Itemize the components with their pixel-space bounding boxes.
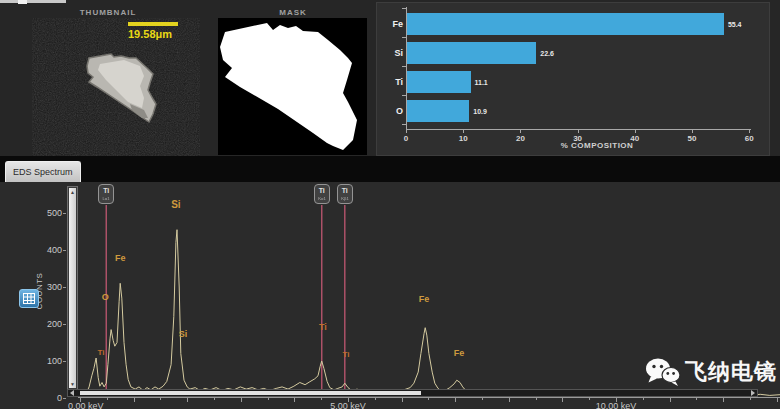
scroll-up-icon[interactable]: ▲	[69, 189, 76, 195]
x-tick-mark	[214, 398, 215, 400]
mask-image	[218, 18, 367, 155]
y-tick-label: 500	[40, 208, 62, 218]
x-tick-mark	[134, 398, 135, 402]
eds-analysis-window: THUMBNAIL 19.58μm MASK	[0, 0, 780, 409]
x-tick-mark	[321, 398, 322, 400]
wechat-icon	[645, 357, 681, 387]
x-axis-tick	[692, 129, 693, 133]
x-tick-mark	[375, 398, 376, 400]
x-tick-label: 5.00 keV	[330, 401, 366, 409]
tab-eds-spectrum[interactable]: EDS Spectrum	[5, 161, 81, 182]
bar-category-label: Fe	[385, 19, 403, 29]
bar-category-label: Ti	[385, 77, 403, 87]
thumbnail-image: 19.58μm	[32, 18, 200, 158]
scale-bar	[128, 22, 178, 26]
composition-x-axis-label: % COMPOSITION	[467, 141, 727, 150]
x-tick-mark	[670, 398, 671, 402]
watermark-text: 飞纳电镜	[685, 357, 777, 387]
x-axis-tick	[749, 129, 750, 133]
bar-category-label: O	[385, 106, 403, 116]
x-axis-tick	[520, 129, 521, 133]
peak-label-fe: Fe	[454, 348, 465, 358]
marker-line-name: Lα1	[100, 195, 112, 200]
peak-label-ti: Ti	[319, 322, 327, 332]
y-tick-mark	[63, 324, 66, 325]
x-tick-mark	[589, 398, 590, 400]
x-tick-mark	[509, 398, 510, 402]
element-marker-ti[interactable]: TiKα1	[314, 184, 330, 204]
bar-value-label: 55.4	[728, 21, 742, 28]
peak-label-ti: Ti	[97, 348, 104, 357]
x-tick-mark	[294, 398, 295, 402]
element-marker-ti[interactable]: TiLα1	[98, 184, 114, 204]
composition-bar	[407, 42, 536, 64]
y-tick-mark	[63, 398, 66, 399]
peak-label-si: Si	[171, 199, 180, 210]
x-tick-mark	[455, 398, 456, 402]
peak-label-fe: Fe	[419, 294, 430, 304]
peak-label-o: O	[102, 292, 109, 302]
composition-bar	[407, 13, 724, 35]
x-axis-tick	[578, 129, 579, 133]
x-axis-tick-label: 0	[404, 134, 408, 143]
x-tick-mark	[562, 398, 563, 402]
x-tick-mark	[750, 398, 751, 400]
scroll-left-icon[interactable]	[70, 390, 74, 396]
x-tick-mark	[428, 398, 429, 400]
x-tick-mark	[643, 398, 644, 400]
x-tick-mark	[696, 398, 697, 400]
x-axis-tick	[463, 129, 464, 133]
show-table-button[interactable]	[19, 289, 39, 308]
marker-element-symbol: Ti	[338, 186, 352, 195]
x-axis-tick-label: 60	[745, 134, 754, 143]
category-tick	[402, 37, 406, 38]
mask-panel: MASK	[210, 2, 376, 158]
x-tick-mark	[160, 398, 161, 400]
x-tick-mark	[723, 398, 724, 402]
marker-element-symbol: Ti	[315, 186, 329, 195]
x-tick-mark	[536, 398, 537, 400]
marker-line-name: Kα1	[316, 195, 328, 200]
horizontal-scrollbar-thumb[interactable]	[80, 391, 421, 395]
thumbnail-panel-title: THUMBNAIL	[10, 8, 206, 17]
x-tick-label: 0.00 keV	[68, 401, 104, 409]
bar-category-label: Si	[385, 48, 403, 58]
scroll-down-icon[interactable]: ▼	[69, 381, 76, 387]
y-tick-label: 0	[40, 393, 62, 403]
composition-chart-panel: Fe55.4Si22.6Ti11.1O10.90102030405060 % C…	[376, 2, 770, 156]
composition-bar	[407, 100, 469, 122]
marker-line-name: Kβ1	[339, 195, 351, 200]
x-axis-tick	[406, 129, 407, 133]
y-tick-label: 300	[40, 282, 62, 292]
category-tick	[402, 8, 406, 9]
composition-x-axis	[406, 129, 751, 130]
spectrum-vertical-scrollbar[interactable]: ▲ ▼	[67, 186, 78, 390]
x-tick-mark	[482, 398, 483, 400]
y-tick-mark	[63, 287, 66, 288]
y-tick-label: 400	[40, 245, 62, 255]
peak-label-fe: Fe	[115, 253, 126, 263]
x-tick-mark	[777, 398, 778, 402]
element-marker-ti[interactable]: TiKβ1	[337, 184, 353, 204]
watermark: 飞纳电镜	[645, 352, 780, 392]
y-tick-mark	[63, 213, 66, 214]
thumbnail-panel: THUMBNAIL 19.58μm	[10, 2, 206, 158]
bar-value-label: 22.6	[540, 50, 554, 57]
category-tick	[402, 124, 406, 125]
vertical-scrollbar-thumb[interactable]: ▲ ▼	[69, 188, 76, 388]
tab-strip	[0, 156, 780, 182]
table-grid-icon	[23, 293, 35, 304]
peak-label-ti: Ti	[342, 350, 349, 359]
x-tick-label: 10.00 keV	[596, 401, 637, 409]
scale-bar-label: 19.58μm	[128, 28, 172, 40]
composition-bar	[407, 71, 471, 93]
y-tick-mark	[63, 250, 66, 251]
mask-panel-title: MASK	[210, 8, 376, 17]
x-tick-mark	[268, 398, 269, 400]
category-tick	[402, 66, 406, 67]
peak-label-si: Si	[179, 329, 188, 339]
marker-element-symbol: Ti	[99, 186, 113, 195]
x-tick-mark	[187, 398, 188, 402]
bar-value-label: 11.1	[475, 79, 488, 86]
y-tick-mark	[63, 361, 66, 362]
